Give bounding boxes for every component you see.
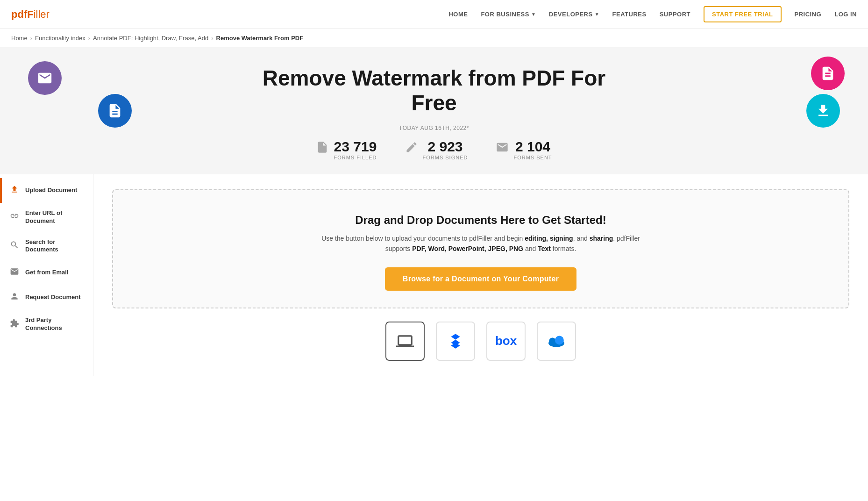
person-icon <box>9 292 20 303</box>
nav-login[interactable]: LOG IN <box>834 11 857 18</box>
sidebar-search-label: Search for Documents <box>25 238 85 254</box>
nav-pricing[interactable]: PRICING <box>795 11 822 18</box>
forms-filled-number: 23 719 <box>334 139 377 155</box>
upload-title: Drag and Drop Documents Here to Get Star… <box>127 214 834 227</box>
chevron-down-icon: ▼ <box>531 12 536 17</box>
forms-signed-label: FORMS SIGNED <box>423 155 468 160</box>
sidebar-item-third-party[interactable]: 3rd Party Connections <box>0 310 93 339</box>
forms-filled-label: FORMS FILLED <box>334 155 377 160</box>
sidebar-item-upload-document[interactable]: Upload Document <box>0 178 93 203</box>
sidebar-third-party-label: 3rd Party Connections <box>25 316 85 332</box>
nav-links: HOME FOR BUSINESS ▼ DEVELOPERS ▼ FEATURE… <box>448 6 857 22</box>
cloud-source-computer[interactable] <box>385 322 425 361</box>
nav-developers-label: DEVELOPERS <box>549 11 593 18</box>
start-free-trial-button[interactable]: START FREE TRIAL <box>704 6 782 22</box>
breadcrumb-home[interactable]: Home <box>11 35 28 42</box>
forms-sent-label: FORMS SENT <box>513 155 552 160</box>
forms-sent-number: 2 104 <box>513 139 552 155</box>
sidebar-url-label: Enter URL of Document <box>25 209 85 225</box>
hero-circle-email <box>28 61 62 95</box>
cloud-source-box[interactable]: box <box>486 322 526 361</box>
hero-stats: 23 719 FORMS FILLED 2 923 FORMS SIGNED 2… <box>28 139 840 160</box>
hero-date: TODAY AUG 16TH, 2022* <box>28 125 840 131</box>
sidebar-item-enter-url[interactable]: Enter URL of Document <box>0 203 93 232</box>
breadcrumb-functionality[interactable]: Functionality index <box>35 35 85 42</box>
nav-features[interactable]: FEATURES <box>612 11 647 18</box>
hero-circle-document <box>98 94 132 128</box>
breadcrumb-annotate[interactable]: Annotate PDF: Highlight, Draw, Erase, Ad… <box>93 35 208 42</box>
nav-home[interactable]: HOME <box>448 11 468 18</box>
sidebar-upload-label: Upload Document <box>25 186 77 194</box>
cloud-sources: box <box>112 322 849 361</box>
nav-support[interactable]: SUPPORT <box>660 11 690 18</box>
sidebar-item-get-email[interactable]: Get from Email <box>0 260 93 285</box>
stat-forms-sent: 2 104 FORMS SENT <box>496 139 552 160</box>
nav-developers[interactable]: DEVELOPERS ▼ <box>549 11 599 18</box>
breadcrumb-sep-2: › <box>88 35 90 42</box>
link-icon <box>9 211 20 223</box>
nav-for-business[interactable]: FOR BUSINESS ▼ <box>481 11 535 18</box>
email-icon <box>9 267 20 279</box>
navbar: pdfFiller HOME FOR BUSINESS ▼ DEVELOPERS… <box>0 0 868 29</box>
stat-forms-signed: 2 923 FORMS SIGNED <box>405 139 468 160</box>
forms-signed-number: 2 923 <box>423 139 468 155</box>
main-container: Upload Document Enter URL of Document Se… <box>0 174 868 376</box>
breadcrumb-sep-1: › <box>30 35 32 42</box>
logo-filler-text: Filler <box>27 8 50 21</box>
svg-point-2 <box>555 336 564 344</box>
sidebar-email-label: Get from Email <box>25 269 68 277</box>
breadcrumb-sep-3: › <box>211 35 213 42</box>
logo-pdf-text: pdf <box>11 8 27 21</box>
hero-circle-cyan <box>806 94 840 128</box>
logo[interactable]: pdfFiller <box>11 8 50 21</box>
nav-for-business-label: FOR BUSINESS <box>481 11 529 18</box>
sidebar-item-request[interactable]: Request Document <box>0 285 93 310</box>
cloud-source-dropbox[interactable] <box>436 322 475 361</box>
hero-title: Remove Watermark from PDF For Free <box>28 66 840 115</box>
stat-forms-filled: 23 719 FORMS FILLED <box>316 139 377 160</box>
forms-signed-icon <box>405 141 418 157</box>
upload-zone: Drag and Drop Documents Here to Get Star… <box>112 189 849 308</box>
sidebar: Upload Document Enter URL of Document Se… <box>0 174 93 376</box>
search-icon <box>9 240 20 252</box>
sidebar-item-search[interactable]: Search for Documents <box>0 232 93 261</box>
breadcrumb-current: Remove Watermark From PDF <box>216 35 304 42</box>
content-area: Drag and Drop Documents Here to Get Star… <box>93 174 868 376</box>
sidebar-request-label: Request Document <box>25 293 80 301</box>
svg-point-1 <box>549 337 556 344</box>
forms-sent-icon <box>496 141 509 157</box>
upload-icon <box>9 185 20 196</box>
forms-filled-icon <box>316 141 329 157</box>
hero-section: Remove Watermark from PDF For Free TODAY… <box>0 47 868 174</box>
chevron-down-icon-2: ▼ <box>595 12 599 17</box>
hero-circle-pink <box>811 57 845 90</box>
upload-description: Use the button below to upload your docu… <box>317 233 644 254</box>
browse-button[interactable]: Browse for a Document on Your Computer <box>385 267 576 291</box>
breadcrumb: Home › Functionality index › Annotate PD… <box>0 29 868 47</box>
cloud-source-onedrive[interactable] <box>537 322 576 361</box>
plugin-icon <box>9 319 20 330</box>
